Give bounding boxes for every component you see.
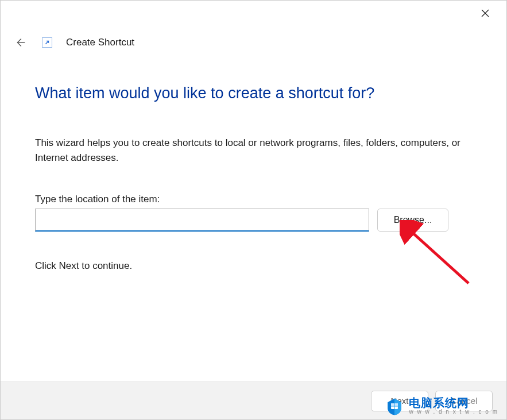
page-heading: What item would you like to create a sho… <box>35 84 472 102</box>
cancel-button[interactable]: Cancel <box>435 391 493 411</box>
browse-button[interactable]: Browse... <box>377 209 448 232</box>
description-text: This wizard helps you to create shortcut… <box>35 136 471 166</box>
close-icon <box>481 9 490 18</box>
wizard-title: Create Shortcut <box>66 37 134 48</box>
titlebar <box>1 1 506 24</box>
continue-hint: Click Next to continue. <box>35 260 472 272</box>
back-arrow-icon <box>14 36 26 49</box>
content-area: What item would you like to create a sho… <box>1 51 506 272</box>
location-row: Browse... <box>35 209 472 232</box>
shortcut-icon <box>42 37 52 48</box>
next-button[interactable]: Next <box>371 391 428 411</box>
location-input[interactable] <box>35 209 369 232</box>
close-button[interactable] <box>472 4 498 22</box>
location-label: Type the location of the item: <box>35 194 472 205</box>
footer: Next Cancel <box>1 382 506 419</box>
back-button[interactable] <box>12 34 28 51</box>
header: Create Shortcut <box>1 24 506 51</box>
